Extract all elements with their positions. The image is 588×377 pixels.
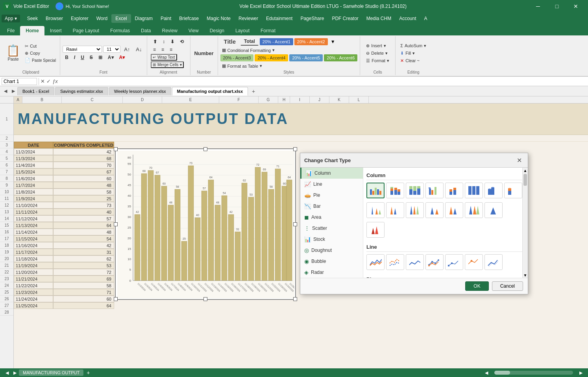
date-cell[interactable]: 11/13/2024 xyxy=(14,222,53,229)
value-cell[interactable]: 64 xyxy=(53,222,114,229)
date-cell[interactable]: 11/22/2024 xyxy=(14,282,53,289)
menu-magicnote[interactable]: Magic Note xyxy=(203,14,235,23)
tab-nav-right[interactable]: ▶ xyxy=(11,370,19,376)
menu-edutainment[interactable]: Edutainment xyxy=(262,14,296,23)
date-cell[interactable]: 11/3/2024 xyxy=(14,155,53,162)
insert-function-icon[interactable]: ƒx xyxy=(52,78,58,84)
fill-color-btn[interactable]: A▾ xyxy=(105,54,116,61)
value-cell[interactable]: 57 xyxy=(53,215,114,222)
tab-layout[interactable]: Layout xyxy=(230,26,255,35)
close-btn[interactable]: ✕ xyxy=(567,0,585,13)
menu-excel[interactable]: Excel xyxy=(111,14,131,23)
chart-selection-handle-bottom[interactable] xyxy=(203,297,207,301)
scrollbar-track[interactable] xyxy=(494,371,573,375)
decrease-font-btn[interactable]: A↓ xyxy=(133,46,144,53)
col-100stacked-3d[interactable] xyxy=(465,183,483,198)
style-total-btn[interactable]: Total xyxy=(240,37,259,46)
col-clustered-3d[interactable] xyxy=(425,183,444,198)
menu-paint[interactable]: Paint xyxy=(157,14,175,23)
chart-type-scatter[interactable]: ⋮ Scatter xyxy=(300,223,363,234)
italic-btn[interactable]: I xyxy=(72,54,78,61)
value-cell[interactable]: 58 xyxy=(53,282,114,289)
active-sheet-tab[interactable]: MANUFACTURING OUTPUT xyxy=(19,370,83,376)
tab-data[interactable]: Data xyxy=(135,26,156,35)
text-direction-btn[interactable]: ⟲ xyxy=(178,38,186,45)
value-cell[interactable]: 31 xyxy=(53,249,114,255)
app-dropdown[interactable]: App ▾ xyxy=(2,15,20,22)
menu-diagram[interactable]: Diagram xyxy=(131,14,157,23)
sheet-tab-weekly[interactable]: Weekly lesson planner.xlsx xyxy=(109,87,171,95)
date-cell[interactable]: 11/21/2024 xyxy=(14,275,53,282)
scroll-up-btn[interactable]: ▲ xyxy=(523,168,528,173)
name-box[interactable] xyxy=(2,78,37,85)
scroll-left-btn[interactable]: ◀ xyxy=(483,370,490,376)
dialog-close-btn[interactable]: ✕ xyxy=(514,155,524,165)
tab-nav-prev[interactable]: ◀ xyxy=(2,88,9,94)
date-cell[interactable]: 11/19/2024 xyxy=(14,262,53,269)
sheet-tab-manufacturing[interactable]: Manufacturing output chart.xlsx xyxy=(172,87,248,96)
line-markers[interactable] xyxy=(425,254,444,270)
menu-a[interactable]: A xyxy=(420,14,431,23)
value-cell[interactable]: 42 xyxy=(53,242,114,249)
menu-briefcase[interactable]: Briefcase xyxy=(175,14,203,23)
chart-type-pie[interactable]: 🥧 Pie xyxy=(300,190,363,201)
chart-selection-handle-tr[interactable] xyxy=(293,147,297,151)
merge-cells-btn[interactable]: ⊞ Merge Cells ▾ xyxy=(151,61,184,68)
date-cell[interactable]: 11/6/2024 xyxy=(14,175,53,182)
chart-type-doughnut[interactable]: ◎ Doughnut xyxy=(300,245,363,256)
underline-btn[interactable]: U xyxy=(78,54,87,61)
value-cell[interactable]: 25 xyxy=(53,195,114,202)
date-cell[interactable]: 11/15/2024 xyxy=(14,235,53,242)
date-cell[interactable]: 11/24/2024 xyxy=(14,296,53,302)
value-cell[interactable]: 64 xyxy=(53,302,114,309)
value-cell[interactable]: 54 xyxy=(53,235,114,242)
value-cell[interactable]: 48 xyxy=(53,182,114,188)
menu-reviewer[interactable]: Reviewer xyxy=(235,14,262,23)
sheet-tab-savings[interactable]: Savings estimator.xlsx xyxy=(55,87,108,95)
value-cell[interactable]: 73 xyxy=(53,202,114,209)
strikethrough-btn[interactable]: S xyxy=(87,54,95,61)
tab-nav-left[interactable]: ◀ xyxy=(3,370,11,376)
cut-btn[interactable]: ✂ Cut xyxy=(23,43,57,50)
clear-btn[interactable]: ✕ Clear ~ xyxy=(399,57,428,64)
chart-selection-handle-br[interactable] xyxy=(293,297,297,301)
tab-nav-next[interactable]: ▶ xyxy=(9,88,17,94)
col-clustered-cyl[interactable] xyxy=(484,183,503,198)
scroll-down-btn[interactable]: ▼ xyxy=(523,272,528,278)
chart-container[interactable]: 0 5 10 15 20 xyxy=(115,148,296,300)
paste-btn[interactable]: 📋 Paste xyxy=(4,44,22,63)
menu-word[interactable]: Word xyxy=(92,14,111,23)
line-stacked[interactable] xyxy=(386,254,404,270)
tab-pagelayout[interactable]: Page Layout xyxy=(67,26,105,35)
ok-btn[interactable]: OK xyxy=(465,281,488,291)
chart-type-area[interactable]: ◼ Area xyxy=(300,212,363,223)
add-sheet-status-btn[interactable]: + xyxy=(83,369,93,377)
line-line[interactable] xyxy=(366,254,385,270)
col-pyramid1[interactable] xyxy=(425,202,444,218)
scroll-thumb[interactable] xyxy=(523,174,527,186)
bold-btn[interactable]: B xyxy=(63,54,71,61)
sheet-tab-book1[interactable]: Book1 - Excel xyxy=(17,87,54,95)
line-stacked-markers[interactable] xyxy=(445,254,463,270)
autosum-btn[interactable]: Σ AutoSum ▾ xyxy=(399,43,428,49)
chart-type-line[interactable]: 📈 Line xyxy=(300,179,363,190)
tab-file[interactable]: File xyxy=(2,26,20,35)
insert-btn[interactable]: ⊕ Insert ▾ xyxy=(364,43,391,49)
scrollbar-thumb[interactable] xyxy=(494,371,510,375)
menu-media[interactable]: Media CHM xyxy=(362,14,395,23)
line-3d[interactable] xyxy=(484,254,503,270)
chart-type-stock[interactable]: 📊 Stock xyxy=(300,234,363,245)
chart-type-radar[interactable]: ◈ Radar xyxy=(300,267,363,278)
col-pyramid2[interactable] xyxy=(445,202,463,218)
menu-account[interactable]: Account xyxy=(395,14,420,23)
col-pyramid3[interactable] xyxy=(465,202,483,218)
menu-seek[interactable]: Seek xyxy=(23,14,42,23)
tab-design[interactable]: Design xyxy=(204,26,230,35)
tab-format[interactable]: Format xyxy=(255,26,281,35)
style-accent3-btn[interactable]: 20% - Accent3 xyxy=(220,54,254,61)
tab-view[interactable]: View xyxy=(183,26,204,35)
line-100stacked[interactable] xyxy=(406,254,424,270)
add-sheet-btn[interactable]: + xyxy=(249,87,258,96)
border-btn[interactable]: ⊞ xyxy=(96,54,105,61)
style-accent4-btn[interactable]: 20% - Accent4 xyxy=(255,54,288,61)
